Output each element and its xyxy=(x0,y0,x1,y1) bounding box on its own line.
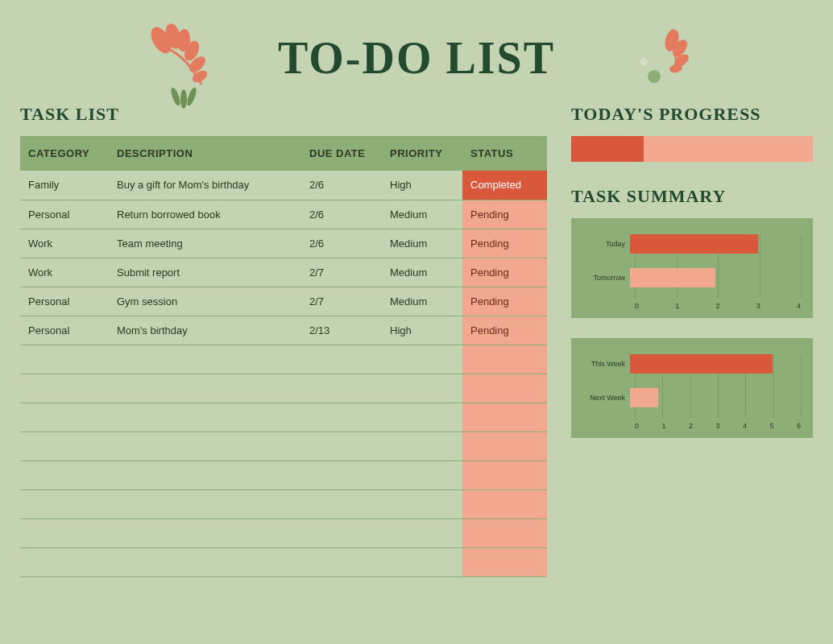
table-cell: Personal xyxy=(20,200,109,229)
chart-bar xyxy=(630,388,658,407)
table-cell: 2/6 xyxy=(301,171,382,200)
page-title: TO-DO LIST xyxy=(0,32,833,84)
table-cell: Gym session xyxy=(109,287,301,316)
chart-category-label: Tomorrow xyxy=(583,274,630,282)
table-cell: Family xyxy=(20,171,109,200)
table-cell: Personal xyxy=(20,287,109,316)
summary-chart: TodayTomorrow01234 xyxy=(571,218,813,318)
table-cell: 2/6 xyxy=(301,200,382,229)
chart-category-label: Today xyxy=(583,240,630,248)
table-row: PersonalMom's birthday2/13HighPending xyxy=(20,316,547,345)
status-cell: Pending xyxy=(462,258,547,287)
table-row-empty xyxy=(20,518,547,547)
chart-bar xyxy=(630,268,715,287)
leaf-decoration-left-icon xyxy=(137,20,234,117)
task-list-section: TASK LIST CATEGORY DESCRIPTION DUE DATE … xyxy=(20,104,547,577)
table-cell: Work xyxy=(20,229,109,258)
table-cell: 2/7 xyxy=(301,258,382,287)
svg-point-13 xyxy=(640,58,648,66)
main-content: TASK LIST CATEGORY DESCRIPTION DUE DATE … xyxy=(0,104,833,577)
status-cell: Pending xyxy=(462,287,547,316)
svg-point-6 xyxy=(169,86,182,106)
col-description: DESCRIPTION xyxy=(109,136,301,171)
chart-bar xyxy=(630,354,773,374)
table-cell: Medium xyxy=(382,200,462,229)
table-cell: Medium xyxy=(382,287,462,316)
table-row: PersonalGym session2/7MediumPending xyxy=(20,287,547,316)
task-table: CATEGORY DESCRIPTION DUE DATE PRIORITY S… xyxy=(20,136,547,577)
col-status: STATUS xyxy=(462,136,547,171)
summary-heading: TASK SUMMARY xyxy=(571,186,813,207)
right-sidebar: TODAY'S PROGRESS TASK SUMMARY TodayTomor… xyxy=(571,104,813,577)
col-priority: PRIORITY xyxy=(382,136,462,171)
table-cell: 2/7 xyxy=(301,287,382,316)
charts-container: TodayTomorrow01234This WeekNext Week0123… xyxy=(571,218,813,438)
summary-chart: This WeekNext Week0123456 xyxy=(571,338,813,438)
chart-bar xyxy=(630,234,758,254)
chart-category-label: This Week xyxy=(583,360,630,368)
table-cell: Medium xyxy=(382,229,462,258)
table-cell: High xyxy=(382,171,462,200)
task-list-heading: TASK LIST xyxy=(20,104,547,125)
chart-row: Today xyxy=(583,234,801,254)
status-cell: Pending xyxy=(462,229,547,258)
chart-row: Tomorrow xyxy=(583,268,801,287)
table-row: WorkTeam meeting2/6MediumPending xyxy=(20,229,547,258)
col-category: CATEGORY xyxy=(20,136,109,171)
table-row-empty xyxy=(20,431,547,460)
table-row: PersonalReturn borrowed book2/6MediumPen… xyxy=(20,200,547,229)
table-row: WorkSubmit report2/7MediumPending xyxy=(20,258,547,287)
svg-point-8 xyxy=(185,86,198,106)
status-cell: Completed xyxy=(462,171,547,200)
table-row-empty xyxy=(20,345,547,374)
leaf-decoration-right-icon xyxy=(632,28,696,101)
status-cell: Pending xyxy=(462,316,547,345)
chart-row: This Week xyxy=(583,354,801,374)
table-row-empty xyxy=(20,547,547,576)
table-cell: 2/6 xyxy=(301,229,382,258)
table-row-empty xyxy=(20,402,547,431)
progress-heading: TODAY'S PROGRESS xyxy=(571,104,813,125)
table-cell: Buy a gift for Mom's birthday xyxy=(109,171,301,200)
status-cell: Pending xyxy=(462,200,547,229)
table-row: FamilyBuy a gift for Mom's birthday2/6Hi… xyxy=(20,171,547,200)
table-cell: Return borrowed book xyxy=(109,200,301,229)
table-cell: Mom's birthday xyxy=(109,316,301,345)
table-row-empty xyxy=(20,489,547,518)
table-cell: Work xyxy=(20,258,109,287)
header: TO-DO LIST xyxy=(0,0,833,84)
table-cell: Team meeting xyxy=(109,229,301,258)
table-row-empty xyxy=(20,374,547,402)
chart-axis: 01234 xyxy=(635,302,801,310)
progress-bar xyxy=(571,136,813,162)
table-cell: Medium xyxy=(382,258,462,287)
col-due: DUE DATE xyxy=(301,136,382,171)
svg-point-7 xyxy=(180,89,187,109)
chart-category-label: Next Week xyxy=(583,394,630,402)
svg-point-14 xyxy=(648,70,661,83)
chart-row: Next Week xyxy=(583,388,801,407)
chart-axis: 0123456 xyxy=(635,422,801,430)
table-row-empty xyxy=(20,460,547,489)
table-cell: Submit report xyxy=(109,258,301,287)
table-cell: High xyxy=(382,316,462,345)
table-header-row: CATEGORY DESCRIPTION DUE DATE PRIORITY S… xyxy=(20,136,547,171)
table-cell: 2/13 xyxy=(301,316,382,345)
table-cell: Personal xyxy=(20,316,109,345)
progress-fill xyxy=(571,136,644,162)
